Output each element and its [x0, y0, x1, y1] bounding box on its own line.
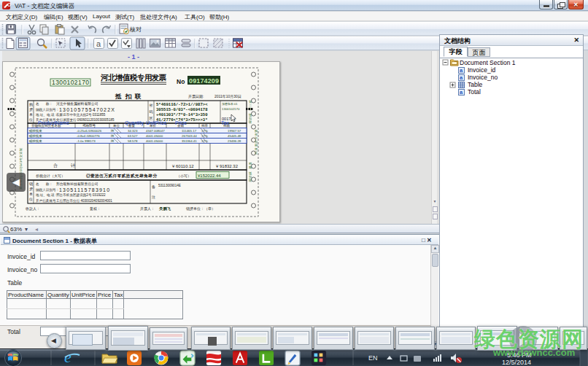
svg-text:纳税人识别号：: 纳税人识别号：	[36, 188, 59, 192]
svg-text:Table: Table	[468, 81, 483, 88]
svg-text:267343.44: 267343.44	[182, 134, 197, 138]
svg-text:工行邢台市分行 40300204092004001: 工行邢台市分行 40300204092004001	[56, 198, 112, 203]
svg-text:19947.57: 19947.57	[228, 129, 241, 133]
svg-text:4001.05000: 4001.05000	[146, 139, 163, 143]
svg-text:铜绞线束: 铜绞线束	[28, 129, 42, 133]
svg-text:13010575547022X: 13010575547022X	[59, 107, 115, 112]
svg-text:税额抵扣联: 税额抵扣联	[248, 162, 252, 182]
svg-text:名 称：: 名 称：	[36, 182, 53, 186]
svg-text:23436.28: 23436.28	[228, 139, 241, 143]
svg-text:规格型号: 规格型号	[82, 123, 96, 128]
svg-text:备: 备	[152, 184, 155, 189]
svg-text:加密版本:01: 加密版本:01	[222, 102, 238, 106]
svg-text:4347.008047: 4347.008047	[146, 129, 165, 133]
svg-text:2011年10月30日: 2011年10月30日	[214, 94, 241, 99]
svg-text:价税合计（大写）: 价税合计（大写）	[36, 174, 65, 179]
svg-text:收款人：: 收款人：	[26, 206, 40, 211]
svg-text:复核：: 复核：	[90, 206, 101, 211]
svg-text:吨: 吨	[111, 139, 115, 143]
svg-text:13051115783910: 13051115783910	[59, 187, 110, 192]
svg-text:351364.41: 351364.41	[182, 139, 197, 143]
svg-text:地 址、电 话：: 地 址、电 话：	[35, 113, 58, 117]
svg-text:111465.17: 111465.17	[182, 129, 197, 133]
svg-text:购: 购	[29, 102, 33, 107]
svg-text:5*469116/-72>1//987><: 5*469116/-72>1//987><	[156, 102, 208, 107]
svg-text:核对: 核对	[129, 26, 142, 33]
svg-text:单位: 单位	[113, 124, 120, 128]
svg-text:单: 单	[29, 192, 33, 196]
svg-text:4001.05000: 4001.05000	[146, 134, 163, 138]
svg-text:34.323: 34.323	[128, 129, 138, 133]
svg-text:-1.0x 998173: -1.0x 998173	[77, 139, 96, 143]
svg-text:Invoice_no: Invoice_no	[468, 74, 498, 81]
svg-text:45445.48: 45445.48	[228, 134, 241, 138]
svg-text:铜绞线束: 铜绞线束	[28, 139, 42, 143]
svg-text:名 称：: 名 称：	[36, 102, 53, 106]
svg-text:-0.8x4 /0900776: -0.8x4 /0900776	[77, 134, 100, 138]
svg-text:-0.25x6./0900026: -0.25x6./0900026	[77, 129, 102, 133]
svg-text:河北增值税专用发票: 河北增值税专用发票	[100, 73, 167, 82]
svg-text:吨: 吨	[111, 134, 115, 138]
svg-text:购买方扣税凭证: 购买方扣税凭证	[255, 129, 258, 155]
svg-text:1300102170: 1300102170	[222, 107, 240, 111]
svg-text:Price: Price	[175, 120, 187, 125]
svg-text:销: 销	[28, 182, 33, 186]
svg-text:53113009014E: 53113009014E	[158, 184, 181, 187]
svg-text:单: 单	[29, 112, 33, 117]
svg-text:第二联抵扣联: 第二联抵扣联	[248, 100, 252, 124]
svg-text:邢台银辉科技有限责任公司: 邢台银辉科技有限责任公司	[56, 182, 98, 187]
svg-text:12/5/2014: 12/5/2014	[502, 359, 531, 366]
svg-text:货: 货	[29, 187, 33, 191]
svg-text:河北中钢金属材料有限公司: 河北中钢金属材料有限公司	[56, 101, 98, 106]
svg-text:+401303*/7*0-14*3>350: +401303*/7*0-14*3>350	[156, 112, 208, 117]
svg-text:09174209: 09174209	[189, 77, 219, 85]
svg-text:地 址、电 话：: 地 址、电 话：	[35, 193, 58, 197]
svg-text:63.527: 63.527	[128, 134, 138, 138]
svg-text:吴鹏飞: 吴鹏飞	[158, 206, 171, 211]
svg-text:EN: EN	[368, 354, 378, 362]
svg-text:销货单位：（章）: 销货单位：（章）	[185, 206, 215, 211]
svg-text:1300102170: 1300102170	[52, 79, 89, 86]
svg-text:纳税人识别号：: 纳税人识别号：	[36, 108, 59, 112]
svg-text:邢台市桥东区建设路2号 0319222: 邢台市桥东区建设路2号 0319222	[56, 192, 106, 198]
svg-text:Total: Total	[468, 88, 481, 96]
svg-text:密: 密	[150, 103, 153, 107]
svg-text:开票日期:: 开票日期:	[188, 94, 204, 99]
svg-text:ProductName: ProductName	[38, 120, 69, 125]
svg-text:注: 注	[152, 195, 155, 199]
svg-text:抵扣联: 抵扣联	[115, 93, 145, 100]
svg-text:¥ 60110.12: ¥ 60110.12	[172, 164, 194, 168]
svg-text:305515-0/03*-<0694178: 305515-0/03*-<0694178	[156, 107, 208, 112]
svg-text:铜绞线束: 铜绞线束	[28, 134, 42, 138]
svg-text:石家庄市中华北大街2号 0311855: 石家庄市中华北大街2号 0311855	[56, 113, 106, 117]
svg-text:吨: 吨	[111, 129, 115, 133]
svg-text:No: No	[177, 78, 185, 85]
svg-text:UnitPrice: UnitPrice	[146, 120, 167, 125]
svg-text:¥ 91832.32: ¥ 91832.32	[216, 164, 239, 168]
svg-text:Document Section 1: Document Section 1	[460, 59, 516, 66]
svg-text:¥152022.44: ¥152022.44	[198, 174, 221, 178]
svg-text:Tax: Tax	[221, 120, 229, 125]
svg-text:合计: 合计	[53, 163, 88, 168]
svg-text:◎壹拾伍万贰仟零贰拾贰元肆角肆分: ◎壹拾伍万贰仟零贰拾贰元肆角肆分	[86, 173, 157, 179]
svg-text:Invoice_id: Invoice_id	[468, 66, 496, 74]
svg-text:（小写）: （小写）	[177, 174, 191, 178]
svg-text:税率: 税率	[201, 124, 209, 128]
svg-text:Quantity: Quantity	[125, 120, 144, 126]
svg-text:a: a	[96, 39, 101, 48]
svg-text:位: 位	[28, 197, 33, 201]
svg-text:货: 货	[29, 107, 33, 112]
svg-text:码: 码	[150, 109, 153, 114]
svg-text:位: 位	[28, 117, 33, 122]
svg-text:开票人：: 开票人：	[140, 206, 155, 211]
svg-text:58.578: 58.578	[128, 139, 138, 143]
